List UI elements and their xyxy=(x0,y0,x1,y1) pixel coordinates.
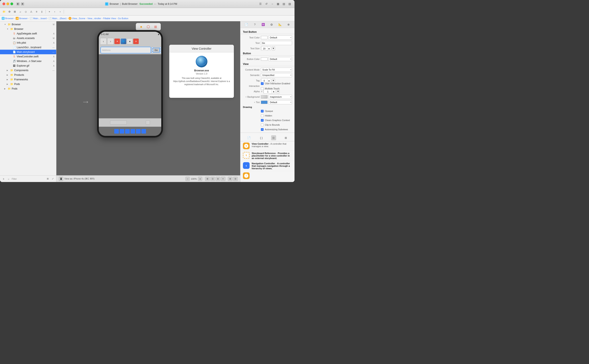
sidebar-item-launchscreen[interactable]: 📄 LaunchScr...toryboard — xyxy=(0,45,56,50)
list-icon[interactable]: ☰ xyxy=(258,2,263,6)
breadcrumb-gobutton[interactable]: Go Button xyxy=(118,17,128,20)
library-tab-grid[interactable]: ⊞ xyxy=(284,135,288,140)
toolbar-target-icon[interactable]: ⌖ xyxy=(47,9,52,14)
bg-plus[interactable]: + xyxy=(245,96,247,98)
cb-user-interaction[interactable]: ✓ xyxy=(261,82,264,85)
cb-opaque[interactable]: ✓ xyxy=(261,110,264,112)
toolbar-search-icon[interactable]: ⌕ xyxy=(18,9,23,14)
toolbar-cols-icon[interactable]: ⫿ xyxy=(40,9,44,14)
refresh-icon[interactable]: ↺ xyxy=(264,2,269,6)
cb-clears[interactable]: ✓ xyxy=(261,119,264,122)
tab-dot-5[interactable] xyxy=(136,129,141,134)
sidebar-item-browser[interactable]: ▼ 📁 Browser xyxy=(0,27,56,31)
sidebar-item-mainstoryboard[interactable]: 📄 Main.storyboard — xyxy=(0,50,56,54)
tab-dot-2[interactable] xyxy=(120,129,124,134)
breadcrumb-fillable[interactable]: Fillable View xyxy=(103,17,116,20)
sidebar-item-wav[interactable]: 🎵 Windows...n Start.wav A xyxy=(0,59,56,64)
tint-plus[interactable]: + xyxy=(254,101,256,104)
tint-select[interactable]: Default ▾ xyxy=(268,100,292,104)
toolbar-grid-icon[interactable]: ⊞ xyxy=(13,9,17,14)
cb-autoresize[interactable]: ✓ xyxy=(261,128,264,131)
tab-dot-6[interactable] xyxy=(141,129,146,134)
sidebar-item-assets[interactable]: 🗂 Assets.xcassets M xyxy=(0,36,56,40)
sidebar-item-viewcontroller[interactable]: S ViewController.swift A xyxy=(0,54,56,59)
toolbar-fwd-icon[interactable]: › xyxy=(58,9,62,14)
text-size-stepper[interactable]: 20 ▲ xyxy=(261,46,271,51)
layout-btn-4[interactable]: ≡ xyxy=(221,177,225,181)
breadcrumb-viewscene[interactable]: ● View...Scene xyxy=(68,17,85,20)
toolbar-back-icon[interactable]: ‹ xyxy=(53,9,57,14)
text-color-select[interactable]: Default ▾ xyxy=(268,35,292,40)
view-btn-2[interactable]: ⊟ xyxy=(233,177,238,181)
tab-dot-4[interactable] xyxy=(131,129,135,134)
toolbar-diamond-icon[interactable]: ◇ xyxy=(23,9,28,14)
canvas-cube-btn[interactable]: ⬡ xyxy=(146,24,151,29)
toolbar-scroll-btn[interactable] xyxy=(146,120,150,125)
library-tab-code[interactable]: { } xyxy=(259,135,264,140)
sidebar-item-products[interactable]: ▶ 📁 Products xyxy=(0,73,56,77)
nav-favorites-btn[interactable]: ★ xyxy=(127,39,133,44)
inspector-icon[interactable]: ▧ xyxy=(287,2,292,6)
stop-button[interactable]: ■ xyxy=(21,2,24,6)
text-input[interactable] xyxy=(261,41,292,45)
sidebar-item-pods-sub[interactable]: ▶ 📁 Pods xyxy=(0,82,56,86)
nav-x-btn[interactable]: ✕ xyxy=(114,39,120,44)
breadcrumb-viewcontroller[interactable]: View...ntroller xyxy=(87,17,101,20)
stepper-down-btn[interactable]: ▼ xyxy=(272,46,275,51)
add-button[interactable]: + xyxy=(2,177,6,181)
breadcrumb-browser1[interactable]: B Browser xyxy=(2,17,13,20)
toolbar-scrollbar1[interactable] xyxy=(110,120,127,125)
zoom-in-button[interactable]: + xyxy=(198,177,202,181)
sidebar-item-components[interactable]: ▶ 📁 Components — xyxy=(0,68,56,73)
toolbar-folder-icon[interactable]: 📁 xyxy=(2,9,6,14)
inspector-tab-size[interactable]: 📐 xyxy=(278,22,283,27)
device-select-btn[interactable]: 📱 xyxy=(59,177,63,181)
options-icon[interactable]: ⊞ xyxy=(46,177,49,181)
tab-dot-3[interactable] xyxy=(125,129,130,134)
url-input-container[interactable]: Address xyxy=(100,47,151,53)
background-select[interactable]: magnesium ▾ xyxy=(268,95,292,99)
inspector-tab-file[interactable]: 📄 xyxy=(244,22,249,27)
layout-btn-1[interactable]: ⊞ xyxy=(205,177,210,181)
sidebar-item-gif[interactable]: 🖼 Explorer.gif A xyxy=(0,64,56,68)
go-button[interactable]: Go xyxy=(152,48,160,52)
library-tab-circle[interactable]: ⊙ xyxy=(271,135,276,140)
semantic-select[interactable]: Unspecified ▾ xyxy=(261,73,292,77)
canvas-grid-btn[interactable]: ⊞ xyxy=(153,24,158,29)
toolbar-list-icon[interactable]: ≡ xyxy=(34,9,39,14)
close-button[interactable] xyxy=(2,2,5,5)
alpha-plus[interactable]: + xyxy=(261,90,263,93)
alpha-up-btn[interactable]: ▲ xyxy=(272,90,275,93)
background-color-swatch[interactable] xyxy=(261,95,268,98)
toolbar-warning-icon[interactable]: ⚠ xyxy=(29,9,33,14)
forward-icon[interactable]: → xyxy=(270,2,274,6)
maximize-button[interactable] xyxy=(10,2,13,5)
inspector-tab-identity[interactable]: 🆔 xyxy=(261,22,266,27)
sidebar-item-appdelegate[interactable]: S AppDelegate.swift A xyxy=(0,31,56,36)
inspector-tab-connect[interactable]: ⊕ xyxy=(286,22,291,27)
inspector-tab-attrib[interactable]: ⚙ xyxy=(269,22,274,27)
sidebar-item-infoplist[interactable]: 📋 Info.plist A xyxy=(0,40,56,45)
library-tab-doc[interactable]: 📄 xyxy=(246,135,251,140)
button-color-swatch[interactable] xyxy=(261,57,268,61)
layout-btn-3[interactable]: ⊟ xyxy=(216,177,220,181)
breadcrumb-mainbase[interactable]: 📄 Main....(Base) xyxy=(49,17,66,20)
breadcrumb-browser2[interactable]: 📁 Browser xyxy=(16,17,27,20)
nav-fwd-btn[interactable]: › xyxy=(107,38,114,45)
breadcrumb-mainboard[interactable]: 📄 Main....board xyxy=(30,17,46,20)
panel-icon[interactable]: ▤ xyxy=(282,2,286,6)
stepper-up-btn[interactable]: ▲ xyxy=(267,46,271,50)
expand-icon[interactable]: ⤢ xyxy=(51,177,54,181)
sidebar-item-pods[interactable]: ▶ 📁 Pods xyxy=(0,86,56,91)
nav-refresh-btn[interactable]: ⟳ xyxy=(133,39,139,44)
nav-ie-btn[interactable]: 🌐 xyxy=(120,39,126,44)
alpha-stepper[interactable]: 1 ▲ xyxy=(263,89,276,93)
inspector-tab-help[interactable]: ? xyxy=(252,22,257,27)
nav-back-btn[interactable]: ‹ xyxy=(100,38,107,45)
layout-btn-2[interactable]: ⊡ xyxy=(210,177,215,181)
alpha-down-btn[interactable]: ▼ xyxy=(276,89,280,93)
tint-color-swatch[interactable] xyxy=(261,101,268,104)
cb-hidden[interactable] xyxy=(261,114,264,117)
sidebar-item-frameworks[interactable]: ▶ 📁 Frameworks xyxy=(0,77,56,82)
layout-icon[interactable]: ▦ xyxy=(276,2,280,6)
